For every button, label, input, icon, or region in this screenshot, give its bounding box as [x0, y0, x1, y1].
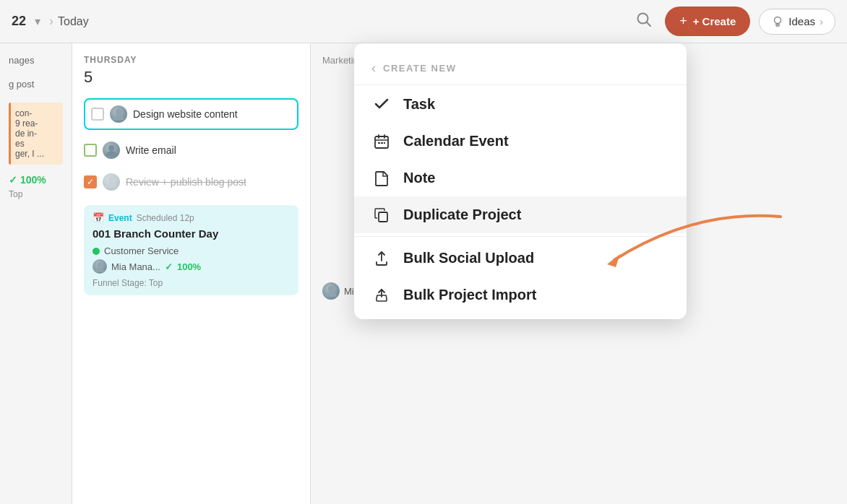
event-calendar-icon: 📅 [93, 212, 104, 223]
menu-note-label: Note [403, 170, 435, 186]
svg-rect-12 [378, 142, 380, 144]
orange-card-line2: 9 rea- [15, 118, 59, 129]
avatar-3 [103, 173, 120, 191]
left-item-1: nages [9, 55, 63, 66]
ideas-arrow-icon: › [820, 15, 823, 27]
department-dot [93, 248, 100, 255]
event-scheduled: Scheduled 12p [137, 213, 194, 223]
header-nav: › Today [49, 14, 89, 29]
task-text-3: Review + publish blog post [126, 176, 246, 188]
left-item-2: g post [9, 79, 63, 90]
department-label: Customer Service [104, 246, 179, 256]
svg-rect-14 [384, 142, 385, 144]
svg-point-5 [108, 177, 114, 183]
task-item[interactable]: Write email [84, 139, 298, 162]
menu-item-task[interactable]: Task [354, 85, 687, 123]
menu-item-bulk-import[interactable]: Bulk Project Import [354, 277, 687, 313]
svg-point-7 [328, 286, 334, 292]
note-icon [371, 170, 392, 186]
event-card[interactable]: 📅 Event Scheduled 12p 001 Branch Counter… [84, 205, 298, 295]
back-chevron-icon[interactable]: ‹ [371, 61, 376, 76]
event-person: Mia Mana... ✓ 100% [93, 259, 290, 274]
svg-rect-15 [379, 212, 387, 222]
orange-card-line1: con- [15, 108, 59, 118]
day-number: 5 [84, 68, 298, 87]
duplicate-icon [371, 207, 392, 223]
day-label: THURSDAY [84, 55, 298, 65]
menu-duplicate-label: Duplicate Project [403, 207, 521, 223]
dropdown-header: ‹ CREATE NEW [354, 49, 687, 85]
menu-bulk-import-label: Bulk Project Import [403, 287, 536, 303]
ideas-bulb-icon [771, 15, 784, 28]
create-dropdown: ‹ CREATE NEW Task Calendar Event [354, 43, 687, 319]
menu-bulk-social-label: Bulk Social Upload [403, 250, 534, 266]
header-bar: 22 ▾ › Today + + Create Ideas › [0, 0, 847, 43]
event-badge: 📅 Event Scheduled 12p [93, 212, 290, 223]
menu-calendar-label: Calendar Event [403, 133, 509, 149]
task-text-2: Write email [126, 144, 176, 156]
task-checkbox-2[interactable] [84, 144, 97, 157]
bulk-import-icon [371, 287, 392, 303]
task-item[interactable]: ✓ Review + publish blog post [84, 170, 298, 194]
svg-point-6 [98, 263, 103, 268]
header-today-label: Today [58, 15, 89, 28]
right-avatar [322, 282, 340, 300]
event-title: 001 Branch Counter Day [93, 227, 290, 240]
event-funnel: Funnel Stage: Top [93, 278, 290, 288]
menu-task-label: Task [403, 96, 435, 113]
avatar-image-2 [103, 142, 120, 159]
header-date: 22 [12, 14, 26, 29]
svg-line-1 [647, 22, 651, 27]
top-label: Top [9, 189, 63, 199]
event-type-label: Event [108, 213, 132, 223]
event-person-name: Mia Mana... [111, 261, 160, 272]
orange-card-line5: ger, I ... [15, 149, 59, 159]
person-silhouette-2 [103, 142, 120, 159]
ideas-button[interactable]: Ideas › [759, 9, 835, 35]
task-check-icon [371, 95, 392, 113]
create-label: + Create [692, 15, 736, 27]
svg-point-4 [108, 145, 114, 151]
menu-divider [354, 236, 687, 237]
header-chevron-down-icon[interactable]: ▾ [35, 14, 40, 28]
event-avatar [93, 259, 107, 274]
percent-badge: ✓ 100% [9, 174, 46, 186]
left-panel: nages g post con- 9 rea- de in- es ger, … [0, 43, 72, 504]
menu-item-calendar-event[interactable]: Calendar Event [354, 123, 687, 160]
event-check-icon: ✓ [165, 261, 173, 272]
avatar-2 [103, 142, 120, 159]
event-person-icon [93, 259, 107, 274]
person-silhouette-1 [110, 105, 127, 123]
task-checkbox-1[interactable] [91, 108, 104, 121]
orange-card-line4: es [15, 139, 59, 149]
orange-card-line3: de in- [15, 129, 59, 139]
event-person-percent: 100% [177, 261, 201, 272]
header-nav-arrow: › [49, 14, 53, 29]
person-silhouette-3 [103, 173, 120, 191]
ideas-label: Ideas [788, 15, 815, 27]
menu-item-note[interactable]: Note [354, 160, 687, 196]
bulk-social-icon [371, 251, 392, 266]
svg-point-2 [775, 17, 781, 23]
menu-item-duplicate-project[interactable]: Duplicate Project [354, 196, 687, 233]
menu-item-bulk-social[interactable]: Bulk Social Upload [354, 240, 687, 277]
left-percent: ✓ 100% [9, 173, 63, 186]
task-item[interactable]: Design website content [84, 98, 298, 130]
task-text-1: Design website content [133, 108, 238, 120]
create-button[interactable]: + + Create [665, 6, 750, 36]
avatar-1 [110, 105, 127, 123]
svg-point-3 [116, 109, 121, 115]
avatar-image-1 [110, 105, 127, 123]
event-department: Customer Service [93, 246, 290, 256]
search-button[interactable] [632, 7, 656, 35]
dropdown-title: CREATE NEW [383, 63, 456, 74]
calendar-column: THURSDAY 5 Design website content [72, 43, 311, 504]
create-plus-icon: + [679, 14, 687, 29]
avatar-image-3 [103, 173, 120, 191]
left-orange-card: con- 9 rea- de in- es ger, I ... [9, 103, 63, 165]
search-icon [636, 12, 652, 27]
svg-rect-13 [381, 142, 383, 144]
calendar-event-icon [371, 134, 392, 149]
task-checkbox-3[interactable]: ✓ [84, 175, 97, 188]
